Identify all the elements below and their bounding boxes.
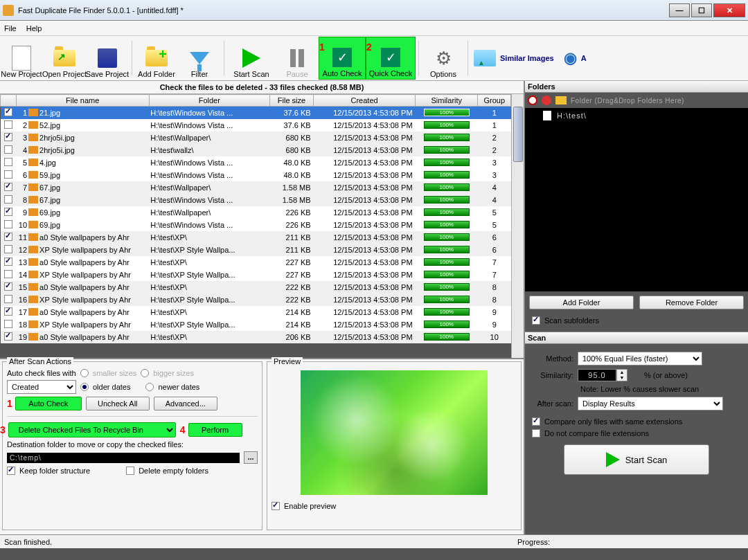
minimize-button[interactable]: — bbox=[669, 3, 690, 17]
close-button[interactable]: ✕ bbox=[713, 3, 745, 17]
row-checkbox[interactable] bbox=[4, 270, 12, 278]
group-cell: 8 bbox=[478, 293, 511, 306]
auto-check-action-button[interactable]: Auto Check bbox=[15, 397, 82, 410]
save-project-button[interactable]: Save Project bbox=[86, 37, 129, 80]
menu-help[interactable]: Help bbox=[26, 24, 42, 33]
row-checkbox[interactable] bbox=[4, 158, 12, 166]
remove-folder-button[interactable]: Remove Folder bbox=[639, 296, 744, 309]
enable-preview-checkbox[interactable] bbox=[271, 502, 280, 510]
col-created[interactable]: Created bbox=[314, 95, 416, 107]
col-group[interactable]: Group bbox=[478, 95, 511, 107]
table-row[interactable]: 54.jpgH:\test\Windows Vista ...48.0 KB12… bbox=[1, 156, 511, 169]
row-checkbox[interactable] bbox=[4, 258, 12, 266]
table-row[interactable]: 867.jpgH:\test\Windows Vista ...1.58 MB1… bbox=[1, 194, 511, 206]
vertical-scrollbar[interactable] bbox=[511, 94, 524, 358]
table-row[interactable]: 13a0 Style wallpapers by AhrH:\test\XP\2… bbox=[1, 256, 511, 269]
new-project-button[interactable]: New Project bbox=[0, 37, 43, 80]
table-row[interactable]: 32hrjo5i.jpgH:\test\Wallpaper\680 KB12/1… bbox=[1, 132, 511, 144]
menu-file[interactable]: File bbox=[4, 24, 17, 33]
row-checkbox[interactable] bbox=[4, 295, 12, 303]
add-folder-right-button[interactable]: Add Folder bbox=[529, 296, 634, 309]
delete-empty-checkbox[interactable] bbox=[126, 467, 134, 475]
folders-list[interactable]: H:\test\ bbox=[525, 108, 748, 291]
start-scan-big-button[interactable]: Start Scan bbox=[564, 444, 709, 475]
table-row[interactable]: 659.jpgH:\test\Windows Vista ...48.0 KB1… bbox=[1, 169, 511, 181]
row-checkbox[interactable] bbox=[4, 332, 12, 341]
exclude-icon[interactable] bbox=[542, 96, 551, 105]
table-row[interactable]: 19a0 Style wallpapers by AhrH:\test\XP\2… bbox=[1, 331, 511, 343]
table-row[interactable]: 969.jpgH:\test\Wallpaper\226 KB12/15/201… bbox=[1, 206, 511, 219]
maximize-button[interactable]: ☐ bbox=[691, 3, 712, 17]
row-checkbox[interactable] bbox=[4, 133, 12, 141]
file-icon bbox=[28, 221, 38, 228]
browse-button[interactable]: ... bbox=[244, 451, 258, 464]
audio-link[interactable]: ◉A bbox=[564, 49, 587, 67]
file-icon bbox=[28, 208, 38, 216]
col-check[interactable] bbox=[1, 95, 17, 107]
group-cell: 6 bbox=[478, 231, 511, 244]
col-folder[interactable]: Folder bbox=[149, 95, 269, 107]
table-row[interactable]: 12XP Style wallpapers by AhrH:\test\XP S… bbox=[1, 244, 511, 256]
group-cell: 9 bbox=[478, 318, 511, 331]
row-checkbox[interactable] bbox=[4, 108, 12, 116]
table-row[interactable]: 15a0 Style wallpapers by AhrH:\test\XP\2… bbox=[1, 281, 511, 293]
table-row[interactable]: 16XP Style wallpapers by AhrH:\test\XP S… bbox=[1, 293, 511, 306]
advanced-button[interactable]: Advanced... bbox=[154, 397, 217, 410]
table-row[interactable]: 18XP Style wallpapers by AhrH:\test\XP S… bbox=[1, 318, 511, 331]
after-scan-select[interactable]: Display Results bbox=[578, 397, 723, 410]
row-checkbox[interactable] bbox=[4, 208, 12, 216]
row-checkbox[interactable] bbox=[4, 145, 12, 154]
compare-ext-checkbox[interactable] bbox=[532, 417, 540, 426]
file-icon bbox=[28, 233, 38, 241]
row-checkbox[interactable] bbox=[4, 307, 12, 316]
add-folder-button[interactable]: +Add Folder bbox=[135, 37, 178, 80]
row-checkbox[interactable] bbox=[4, 220, 12, 228]
row-checkbox[interactable] bbox=[4, 170, 12, 179]
perform-button[interactable]: Perform bbox=[188, 423, 242, 437]
row-checkbox[interactable] bbox=[4, 282, 12, 291]
no-ext-checkbox[interactable] bbox=[532, 429, 540, 437]
radio-older[interactable] bbox=[80, 383, 89, 391]
toolbar: New Project Open Project Save Project +A… bbox=[0, 36, 748, 81]
auto-check-button[interactable]: 1✓Auto Check bbox=[319, 37, 366, 80]
table-row[interactable]: 252.jpgH:\test\Windows Vista ...37.6 KB1… bbox=[1, 119, 511, 132]
row-checkbox[interactable] bbox=[4, 183, 12, 191]
table-row[interactable]: 42hrjo5i.jpgH:\test\wallz\680 KB12/15/20… bbox=[1, 144, 511, 156]
open-project-button[interactable]: Open Project bbox=[43, 37, 86, 80]
keep-structure-checkbox[interactable] bbox=[7, 467, 15, 475]
size-cell: 226 KB bbox=[269, 206, 313, 219]
col-similarity[interactable]: Similarity bbox=[416, 95, 478, 107]
table-row[interactable]: 1069.jpgH:\test\Windows Vista ...226 KB1… bbox=[1, 219, 511, 231]
table-row[interactable]: 17a0 Style wallpapers by AhrH:\test\XP\2… bbox=[1, 306, 511, 318]
method-select[interactable]: 100% Equal Files (faster) bbox=[578, 352, 702, 365]
filter-button[interactable]: Filter bbox=[178, 37, 221, 80]
preview-image bbox=[301, 370, 488, 495]
action-select[interactable]: Delete Checked Files To Recycle Bin bbox=[8, 422, 176, 437]
start-scan-button[interactable]: Start Scan bbox=[227, 37, 276, 80]
row-checkbox[interactable] bbox=[4, 120, 12, 129]
row-checkbox[interactable] bbox=[4, 233, 12, 241]
row-checkbox[interactable] bbox=[4, 320, 12, 328]
similarity-spinner[interactable]: ▲▼ bbox=[578, 369, 640, 381]
scan-subfolders-checkbox[interactable] bbox=[532, 316, 540, 325]
row-checkbox[interactable] bbox=[4, 245, 12, 253]
options-button[interactable]: ⚙Options bbox=[422, 37, 465, 80]
col-filesize[interactable]: File size bbox=[269, 95, 313, 107]
radio-smaller[interactable] bbox=[80, 369, 89, 377]
created-cell: 12/15/2013 4:53:08 PM bbox=[314, 119, 416, 132]
include-icon[interactable] bbox=[528, 96, 537, 105]
quick-check-button[interactable]: 2✓Quick Check bbox=[366, 37, 416, 80]
pause-button[interactable]: Pause bbox=[276, 37, 319, 80]
table-row[interactable]: 767.jpgH:\test\Wallpaper\1.58 MB12/15/20… bbox=[1, 181, 511, 194]
table-row[interactable]: 121.jpgH:\test\Windows Vista ...37.6 KB1… bbox=[1, 107, 511, 119]
similar-images-link[interactable]: Similar Images bbox=[474, 50, 554, 66]
uncheck-all-button[interactable]: Uncheck All bbox=[86, 397, 150, 410]
dest-path[interactable]: C:\temp\ bbox=[7, 453, 240, 463]
col-filename[interactable]: File name bbox=[16, 95, 149, 107]
radio-bigger[interactable] bbox=[141, 369, 149, 377]
table-row[interactable]: 11a0 Style wallpapers by AhrH:\test\XP\2… bbox=[1, 231, 511, 244]
table-row[interactable]: 14XP Style wallpapers by AhrH:\test\XP S… bbox=[1, 269, 511, 281]
row-checkbox[interactable] bbox=[4, 195, 12, 204]
criteria-select[interactable]: Created bbox=[7, 380, 76, 394]
radio-newer[interactable] bbox=[145, 383, 154, 391]
